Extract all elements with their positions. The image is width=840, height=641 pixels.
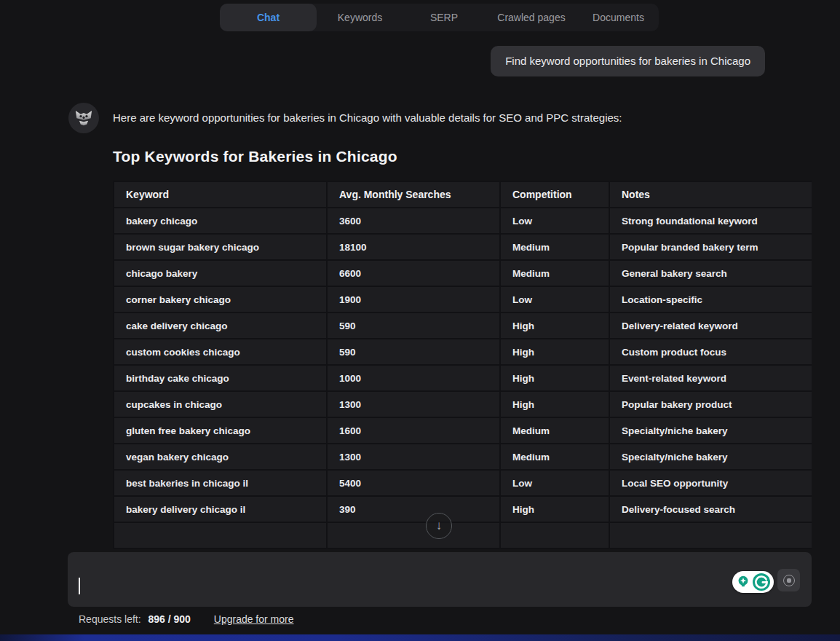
upgrade-link[interactable]: Upgrade for more xyxy=(214,613,294,625)
cell-searches: 5400 xyxy=(327,470,500,496)
cell-keyword: corner bakery chicago xyxy=(114,286,327,312)
header-notes: Notes xyxy=(609,181,812,208)
table-row: chicago bakery 6600 Medium General baker… xyxy=(114,260,812,286)
stop-circle-icon xyxy=(783,575,795,586)
cell-competition: Medium xyxy=(500,444,609,470)
cell-keyword: birthday cake chicago xyxy=(114,365,327,391)
cell-searches: 1000 xyxy=(327,365,500,391)
stop-circle-button[interactable] xyxy=(777,569,800,591)
cell-notes: Specialty/niche bakery xyxy=(609,444,812,470)
chat-input[interactable] xyxy=(68,552,812,607)
cell-notes: Local SEO opportunity xyxy=(609,470,812,496)
keyword-table: Keyword Avg. Monthly Searches Competitio… xyxy=(113,181,812,549)
cell-searches: 590 xyxy=(327,312,500,339)
cell-competition: High xyxy=(500,365,609,391)
table-row-clipped xyxy=(114,522,812,548)
table-row: birthday cake chicago 1000 High Event-re… xyxy=(114,365,812,391)
cell-keyword: bakery delivery chicago il xyxy=(114,496,327,522)
requests-left-label: Requests left: xyxy=(79,613,141,625)
header-competition: Competition xyxy=(500,181,609,208)
table-row: best bakeries in chicago il 5400 Low Loc… xyxy=(114,470,812,496)
cell-notes: Location-specific xyxy=(609,286,812,312)
cell-competition: Medium xyxy=(500,234,609,260)
cell-keyword: custom cookies chicago xyxy=(114,339,327,365)
requests-left-value: 896 / 900 xyxy=(148,613,191,625)
cell-notes: Delivery-related keyword xyxy=(609,312,812,339)
cell-competition: Medium xyxy=(500,417,609,444)
tab-documents[interactable]: Documents xyxy=(578,4,659,31)
top-tabbar: Chat Keywords SERP Crawled pages Documen… xyxy=(220,4,659,31)
cell-notes: Strong foundational keyword xyxy=(609,208,812,234)
header-searches: Avg. Monthly Searches xyxy=(327,181,500,208)
grammarly-widget[interactable] xyxy=(732,571,774,593)
cell-notes: General bakery search xyxy=(609,260,812,286)
cell-keyword: vegan bakery chicago xyxy=(114,444,327,470)
cell-notes: Event-related keyword xyxy=(609,365,812,391)
taskbar-edge xyxy=(0,634,840,641)
table-row: cupcakes in chicago 1300 High Popular ba… xyxy=(114,391,812,417)
cell-competition: Low xyxy=(500,470,609,496)
table-row: corner bakery chicago 1900 Low Location-… xyxy=(114,286,812,312)
cell-keyword: gluten free bakery chicago xyxy=(114,417,327,444)
cell-searches: 18100 xyxy=(327,234,500,260)
header-keyword: Keyword xyxy=(114,181,327,208)
tab-chat[interactable]: Chat xyxy=(220,4,317,31)
cell-notes: Delivery-focused search xyxy=(609,496,812,522)
cell-competition: High xyxy=(500,391,609,417)
keyword-table-container: Keyword Avg. Monthly Searches Competitio… xyxy=(113,181,812,551)
table-row: vegan bakery chicago 1300 Medium Special… xyxy=(114,444,812,470)
footer-bar: Requests left: 896 / 900 Upgrade for mor… xyxy=(79,613,294,625)
cell-competition: High xyxy=(500,496,609,522)
table-row: bakery delivery chicago il 390 High Deli… xyxy=(114,496,812,522)
table-row: bakery chicago 3600 Low Strong foundatio… xyxy=(114,208,812,234)
arrow-down-icon: ↓ xyxy=(436,519,443,533)
tab-crawled-pages[interactable]: Crawled pages xyxy=(485,4,578,31)
cell-searches: 1300 xyxy=(327,391,500,417)
cell-keyword: bakery chicago xyxy=(114,208,327,234)
cell-keyword: chicago bakery xyxy=(114,260,327,286)
cell-keyword: cake delivery chicago xyxy=(114,312,327,339)
grammarly-g-icon[interactable] xyxy=(752,573,771,591)
assistant-intro-text: Here are keyword opportunities for baker… xyxy=(113,111,622,124)
cell-searches: 6600 xyxy=(327,260,500,286)
cell-searches: 590 xyxy=(327,339,500,365)
table-row: gluten free bakery chicago 1600 Medium S… xyxy=(114,417,812,444)
lightbulb-icon[interactable] xyxy=(735,574,751,590)
cell-competition: Low xyxy=(500,208,609,234)
cell-competition: High xyxy=(500,339,609,365)
cell-notes: Popular branded bakery term xyxy=(609,234,812,260)
tab-keywords[interactable]: Keywords xyxy=(317,4,403,31)
table-row: custom cookies chicago 590 High Custom p… xyxy=(114,339,812,365)
scroll-to-bottom-button[interactable]: ↓ xyxy=(426,513,452,539)
cell-keyword: best bakeries in chicago il xyxy=(114,470,327,496)
cell-searches: 1900 xyxy=(327,286,500,312)
cell-notes: Popular bakery product xyxy=(609,391,812,417)
cell-searches: 1600 xyxy=(327,417,500,444)
cell-competition: High xyxy=(500,312,609,339)
cell-searches: 390 xyxy=(327,496,500,522)
cell-competition: Medium xyxy=(500,260,609,286)
cell-searches: 1300 xyxy=(327,444,500,470)
tab-serp[interactable]: SERP xyxy=(403,4,485,31)
owl-logo-icon xyxy=(74,108,94,128)
table-row: brown sugar bakery chicago 18100 Medium … xyxy=(114,234,812,260)
assistant-avatar xyxy=(68,103,99,133)
text-caret xyxy=(79,578,80,594)
user-message-bubble: Find keyword opportunities for bakeries … xyxy=(491,46,765,76)
cell-keyword: brown sugar bakery chicago xyxy=(114,234,327,260)
cell-searches: 3600 xyxy=(327,208,500,234)
table-row: cake delivery chicago 590 High Delivery-… xyxy=(114,312,812,339)
cell-notes: Custom product focus xyxy=(609,339,812,365)
cell-competition: Low xyxy=(500,286,609,312)
cell-notes: Specialty/niche bakery xyxy=(609,417,812,444)
table-header-row: Keyword Avg. Monthly Searches Competitio… xyxy=(114,181,812,208)
cell-keyword: cupcakes in chicago xyxy=(114,391,327,417)
table-heading: Top Keywords for Bakeries in Chicago xyxy=(113,148,397,165)
